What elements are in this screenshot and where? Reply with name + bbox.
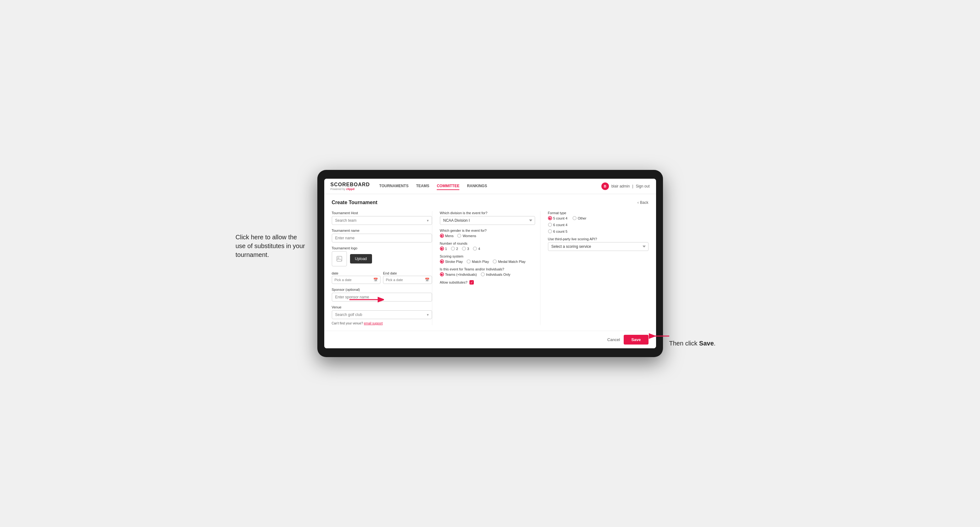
scoring-match-radio[interactable]	[466, 259, 471, 264]
calendar-icon-start: 📅	[373, 278, 378, 282]
tournament-logo-label: Tournament logo	[332, 246, 432, 250]
annotation-right: Then click Save.	[669, 339, 735, 348]
format-6count4[interactable]: 6 count 4	[548, 223, 649, 227]
tournament-logo-group: Tournament logo Upload	[332, 246, 432, 266]
nav-rankings[interactable]: RANKINGS	[467, 183, 487, 190]
scoring-match[interactable]: Match Play	[466, 259, 489, 264]
end-date-label: End date	[383, 271, 397, 275]
scoring-medal-match[interactable]: Medal Match Play	[493, 259, 525, 264]
nav-tournaments[interactable]: TOURNAMENTS	[379, 183, 409, 190]
save-button[interactable]: Save	[624, 335, 648, 344]
navbar: SCOREBOARD Powered by clippd TOURNAMENTS…	[324, 179, 656, 194]
rounds-1-radio[interactable]	[440, 246, 444, 251]
division-select[interactable]: NCAA Division I	[440, 216, 535, 225]
scoring-api-label: Use third-party live scoring API?	[548, 237, 649, 241]
logo-placeholder-box	[332, 251, 347, 266]
scoring-stroke[interactable]: Stroke Play	[440, 259, 463, 264]
gender-group: Which gender is the event for? Mens Wome…	[440, 229, 535, 238]
tournament-name-label: Tournament name	[332, 229, 432, 232]
venue-help-text: Can't find your venue? email support	[332, 322, 432, 325]
gender-mens[interactable]: Mens	[440, 234, 454, 238]
dropdown-icon: ▼	[426, 219, 430, 222]
gender-womens[interactable]: Womens	[457, 234, 476, 238]
substitutes-checkbox-item[interactable]: Allow substitutes? ✓	[440, 280, 535, 284]
logo-powered: Powered by clippd	[331, 187, 370, 190]
sign-out-link[interactable]: Sign out	[636, 184, 649, 189]
format-6count4-radio[interactable]	[548, 223, 552, 227]
substitutes-checkbox[interactable]: ✓	[469, 280, 474, 284]
nav-committee[interactable]: COMMITTEE	[437, 183, 459, 190]
end-date-wrap: 📅	[383, 276, 432, 284]
form-col-middle: Which division is the event for? NCAA Di…	[440, 211, 541, 325]
tournament-name-input[interactable]	[332, 234, 432, 243]
tournament-host-input[interactable]	[332, 216, 432, 225]
tournament-name-group: Tournament name	[332, 229, 432, 243]
chevron-left-icon: ‹	[638, 200, 639, 205]
back-link[interactable]: ‹ Back	[638, 200, 649, 205]
event-individuals[interactable]: Individuals Only	[481, 272, 511, 276]
logo-area: SCOREBOARD Powered by clippd	[331, 182, 370, 190]
cancel-button[interactable]: Cancel	[607, 337, 620, 342]
venue-dropdown-icon: ▼	[426, 313, 430, 317]
division-group: Which division is the event for? NCAA Di…	[440, 211, 535, 225]
end-date-group: End date 📅	[383, 270, 432, 284]
format-6count5-radio[interactable]	[548, 229, 552, 233]
form-footer: Cancel Save	[324, 331, 656, 348]
sponsor-label: Sponsor (optional)	[332, 288, 432, 292]
rounds-1[interactable]: 1	[440, 246, 447, 251]
format-type-group: Format type 5 count 4 Other	[548, 211, 649, 233]
rounds-label: Number of rounds	[440, 241, 535, 245]
gender-mens-radio[interactable]	[440, 234, 444, 238]
rounds-2[interactable]: 2	[451, 246, 458, 251]
scoring-radio-group: Stroke Play Match Play Medal Match Play	[440, 259, 535, 264]
rounds-2-radio[interactable]	[451, 246, 455, 251]
image-icon	[336, 256, 342, 262]
rounds-4-radio[interactable]	[473, 246, 477, 251]
event-for-label: Is this event for Teams and/or Individua…	[440, 267, 535, 271]
venue-input[interactable]	[332, 310, 432, 319]
scoring-label: Scoring system	[440, 254, 535, 258]
date-row: date 📅 End date	[332, 270, 432, 284]
rounds-3[interactable]: 3	[462, 246, 469, 251]
event-individuals-radio[interactable]	[481, 272, 485, 276]
format-other-radio[interactable]	[573, 216, 577, 220]
annotation-left: Click here to allow the use of substitut…	[235, 233, 308, 259]
upload-button[interactable]: Upload	[350, 254, 372, 264]
format-6count5[interactable]: 6 count 5	[548, 229, 649, 233]
start-date-label: date	[332, 271, 339, 275]
event-for-radio-group: Teams (+Individuals) Individuals Only	[440, 272, 535, 276]
svg-rect-2	[337, 256, 342, 261]
rounds-radio-group: 1 2 3	[440, 246, 535, 251]
format-other[interactable]: Other	[573, 216, 587, 220]
tablet-device: SCOREBOARD Powered by clippd TOURNAMENTS…	[317, 170, 663, 357]
format-row-1: 5 count 4 Other	[548, 216, 649, 220]
event-teams[interactable]: Teams (+Individuals)	[440, 272, 477, 276]
avatar: B	[601, 183, 609, 190]
substitutes-label: Allow substitutes?	[440, 281, 468, 284]
format-5count4-radio[interactable]	[548, 216, 552, 220]
scoring-stroke-radio[interactable]	[440, 259, 444, 264]
rounds-group: Number of rounds 1 2	[440, 241, 535, 251]
rounds-3-radio[interactable]	[462, 246, 466, 251]
scoring-medal-match-radio[interactable]	[493, 259, 497, 264]
page-title: Create Tournament	[332, 200, 378, 205]
form-col-left: Tournament Host ▼ Tournament name Tourna	[332, 211, 432, 325]
gender-label: Which gender is the event for?	[440, 229, 535, 232]
page-content: Create Tournament ‹ Back Tournament Host	[324, 194, 656, 331]
scoring-api-select[interactable]: Select a scoring service	[548, 242, 649, 251]
rounds-4[interactable]: 4	[473, 246, 480, 251]
scoring-api-group: Use third-party live scoring API? Select…	[548, 237, 649, 251]
form-grid: Tournament Host ▼ Tournament name Tourna	[332, 211, 649, 325]
format-5count4[interactable]: 5 count 4	[548, 216, 568, 220]
calendar-icon-end: 📅	[425, 278, 430, 282]
event-teams-radio[interactable]	[440, 272, 444, 276]
substitutes-group: Allow substitutes? ✓	[440, 280, 535, 284]
nav-right: B blair admin | Sign out	[601, 183, 650, 190]
tournament-host-group: Tournament Host ▼	[332, 211, 432, 225]
tournament-host-label: Tournament Host	[332, 211, 432, 215]
gender-womens-radio[interactable]	[457, 234, 461, 238]
dates-group: date 📅 End date	[332, 270, 432, 284]
tablet-screen: SCOREBOARD Powered by clippd TOURNAMENTS…	[324, 179, 656, 348]
nav-teams[interactable]: TEAMS	[416, 183, 429, 190]
email-support-link[interactable]: email support	[364, 322, 383, 325]
